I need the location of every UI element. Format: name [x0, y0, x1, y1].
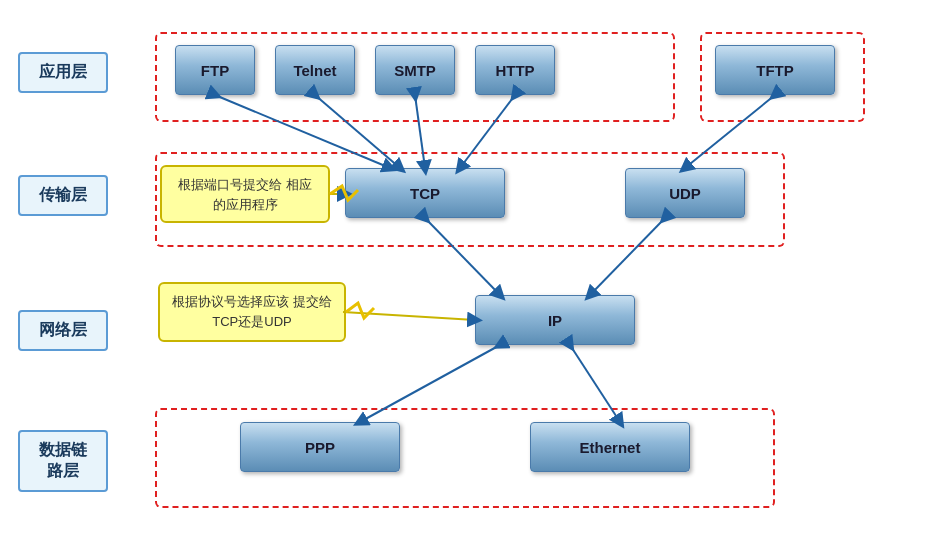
layer-trans: 传输层	[18, 175, 108, 216]
proto-tcp: TCP	[345, 168, 505, 218]
proto-telnet: Telnet	[275, 45, 355, 95]
callout-tcp: 根据端口号提交给 相应的应用程序	[160, 165, 330, 223]
proto-http: HTTP	[475, 45, 555, 95]
callout-ip: 根据协议号选择应该 提交给TCP还是UDP	[158, 282, 346, 342]
proto-udp: UDP	[625, 168, 745, 218]
layer-data: 数据链路层	[18, 430, 108, 492]
proto-tftp: TFTP	[715, 45, 835, 95]
proto-ip: IP	[475, 295, 635, 345]
proto-ftp: FTP	[175, 45, 255, 95]
network-diagram: 应用层 传输层 网络层 数据链路层 FTP Telnet SMTP HTTP T…	[0, 0, 942, 551]
proto-ppp: PPP	[240, 422, 400, 472]
proto-ethernet: Ethernet	[530, 422, 690, 472]
layer-app: 应用层	[18, 52, 108, 93]
layer-net: 网络层	[18, 310, 108, 351]
proto-smtp: SMTP	[375, 45, 455, 95]
